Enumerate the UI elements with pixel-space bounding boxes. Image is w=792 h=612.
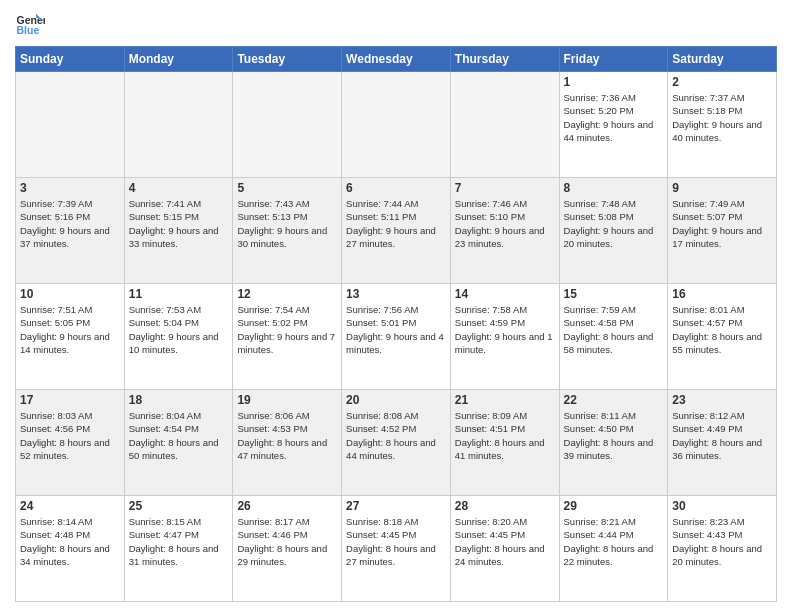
day-info: Sunrise: 7:46 AMSunset: 5:10 PMDaylight:… — [455, 197, 555, 250]
day-info: Sunrise: 8:11 AMSunset: 4:50 PMDaylight:… — [564, 409, 664, 462]
day-info: Sunrise: 8:15 AMSunset: 4:47 PMDaylight:… — [129, 515, 229, 568]
day-info: Sunrise: 8:20 AMSunset: 4:45 PMDaylight:… — [455, 515, 555, 568]
day-info: Sunrise: 7:41 AMSunset: 5:15 PMDaylight:… — [129, 197, 229, 250]
day-info: Sunrise: 8:12 AMSunset: 4:49 PMDaylight:… — [672, 409, 772, 462]
calendar-cell: 14Sunrise: 7:58 AMSunset: 4:59 PMDayligh… — [450, 284, 559, 390]
day-number: 20 — [346, 393, 446, 407]
week-row-4: 17Sunrise: 8:03 AMSunset: 4:56 PMDayligh… — [16, 390, 777, 496]
day-number: 8 — [564, 181, 664, 195]
day-info: Sunrise: 8:03 AMSunset: 4:56 PMDaylight:… — [20, 409, 120, 462]
calendar-cell — [342, 72, 451, 178]
calendar-cell: 28Sunrise: 8:20 AMSunset: 4:45 PMDayligh… — [450, 496, 559, 602]
calendar-cell: 10Sunrise: 7:51 AMSunset: 5:05 PMDayligh… — [16, 284, 125, 390]
day-number: 26 — [237, 499, 337, 513]
weekday-header-wednesday: Wednesday — [342, 47, 451, 72]
day-info: Sunrise: 8:18 AMSunset: 4:45 PMDaylight:… — [346, 515, 446, 568]
day-info: Sunrise: 8:01 AMSunset: 4:57 PMDaylight:… — [672, 303, 772, 356]
day-number: 5 — [237, 181, 337, 195]
calendar-cell: 30Sunrise: 8:23 AMSunset: 4:43 PMDayligh… — [668, 496, 777, 602]
day-number: 14 — [455, 287, 555, 301]
page: General Blue SundayMondayTuesdayWednesda… — [0, 0, 792, 612]
calendar-cell: 13Sunrise: 7:56 AMSunset: 5:01 PMDayligh… — [342, 284, 451, 390]
calendar-cell: 3Sunrise: 7:39 AMSunset: 5:16 PMDaylight… — [16, 178, 125, 284]
day-info: Sunrise: 7:36 AMSunset: 5:20 PMDaylight:… — [564, 91, 664, 144]
calendar-table: SundayMondayTuesdayWednesdayThursdayFrid… — [15, 46, 777, 602]
weekday-header-tuesday: Tuesday — [233, 47, 342, 72]
day-number: 22 — [564, 393, 664, 407]
calendar-cell: 5Sunrise: 7:43 AMSunset: 5:13 PMDaylight… — [233, 178, 342, 284]
day-number: 11 — [129, 287, 229, 301]
day-info: Sunrise: 8:14 AMSunset: 4:48 PMDaylight:… — [20, 515, 120, 568]
weekday-header-sunday: Sunday — [16, 47, 125, 72]
day-info: Sunrise: 8:09 AMSunset: 4:51 PMDaylight:… — [455, 409, 555, 462]
day-info: Sunrise: 7:54 AMSunset: 5:02 PMDaylight:… — [237, 303, 337, 356]
calendar-cell: 6Sunrise: 7:44 AMSunset: 5:11 PMDaylight… — [342, 178, 451, 284]
day-info: Sunrise: 8:04 AMSunset: 4:54 PMDaylight:… — [129, 409, 229, 462]
day-number: 17 — [20, 393, 120, 407]
weekday-header-thursday: Thursday — [450, 47, 559, 72]
day-info: Sunrise: 7:56 AMSunset: 5:01 PMDaylight:… — [346, 303, 446, 356]
weekday-header-monday: Monday — [124, 47, 233, 72]
calendar-cell: 29Sunrise: 8:21 AMSunset: 4:44 PMDayligh… — [559, 496, 668, 602]
day-info: Sunrise: 7:48 AMSunset: 5:08 PMDaylight:… — [564, 197, 664, 250]
day-number: 21 — [455, 393, 555, 407]
calendar-cell — [450, 72, 559, 178]
day-info: Sunrise: 7:58 AMSunset: 4:59 PMDaylight:… — [455, 303, 555, 356]
calendar-cell: 21Sunrise: 8:09 AMSunset: 4:51 PMDayligh… — [450, 390, 559, 496]
svg-text:Blue: Blue — [17, 24, 40, 36]
day-number: 19 — [237, 393, 337, 407]
day-number: 24 — [20, 499, 120, 513]
day-info: Sunrise: 8:06 AMSunset: 4:53 PMDaylight:… — [237, 409, 337, 462]
calendar-cell: 20Sunrise: 8:08 AMSunset: 4:52 PMDayligh… — [342, 390, 451, 496]
day-number: 25 — [129, 499, 229, 513]
week-row-5: 24Sunrise: 8:14 AMSunset: 4:48 PMDayligh… — [16, 496, 777, 602]
day-info: Sunrise: 8:17 AMSunset: 4:46 PMDaylight:… — [237, 515, 337, 568]
weekday-header-friday: Friday — [559, 47, 668, 72]
day-number: 10 — [20, 287, 120, 301]
calendar-cell: 25Sunrise: 8:15 AMSunset: 4:47 PMDayligh… — [124, 496, 233, 602]
logo: General Blue — [15, 10, 49, 40]
day-number: 6 — [346, 181, 446, 195]
day-number: 16 — [672, 287, 772, 301]
week-row-2: 3Sunrise: 7:39 AMSunset: 5:16 PMDaylight… — [16, 178, 777, 284]
day-number: 4 — [129, 181, 229, 195]
weekday-header-saturday: Saturday — [668, 47, 777, 72]
day-number: 3 — [20, 181, 120, 195]
day-number: 9 — [672, 181, 772, 195]
day-number: 15 — [564, 287, 664, 301]
day-info: Sunrise: 7:39 AMSunset: 5:16 PMDaylight:… — [20, 197, 120, 250]
calendar-cell: 9Sunrise: 7:49 AMSunset: 5:07 PMDaylight… — [668, 178, 777, 284]
calendar-cell: 8Sunrise: 7:48 AMSunset: 5:08 PMDaylight… — [559, 178, 668, 284]
calendar-cell: 11Sunrise: 7:53 AMSunset: 5:04 PMDayligh… — [124, 284, 233, 390]
calendar-cell: 7Sunrise: 7:46 AMSunset: 5:10 PMDaylight… — [450, 178, 559, 284]
day-number: 28 — [455, 499, 555, 513]
calendar-cell: 17Sunrise: 8:03 AMSunset: 4:56 PMDayligh… — [16, 390, 125, 496]
day-number: 23 — [672, 393, 772, 407]
top-section: General Blue — [15, 10, 777, 40]
calendar-cell: 27Sunrise: 8:18 AMSunset: 4:45 PMDayligh… — [342, 496, 451, 602]
day-info: Sunrise: 7:49 AMSunset: 5:07 PMDaylight:… — [672, 197, 772, 250]
calendar-cell: 2Sunrise: 7:37 AMSunset: 5:18 PMDaylight… — [668, 72, 777, 178]
week-row-3: 10Sunrise: 7:51 AMSunset: 5:05 PMDayligh… — [16, 284, 777, 390]
day-number: 7 — [455, 181, 555, 195]
day-number: 18 — [129, 393, 229, 407]
day-info: Sunrise: 7:51 AMSunset: 5:05 PMDaylight:… — [20, 303, 120, 356]
logo-icon: General Blue — [15, 10, 45, 40]
day-info: Sunrise: 7:37 AMSunset: 5:18 PMDaylight:… — [672, 91, 772, 144]
day-number: 29 — [564, 499, 664, 513]
calendar-cell: 15Sunrise: 7:59 AMSunset: 4:58 PMDayligh… — [559, 284, 668, 390]
calendar-cell: 12Sunrise: 7:54 AMSunset: 5:02 PMDayligh… — [233, 284, 342, 390]
day-info: Sunrise: 7:44 AMSunset: 5:11 PMDaylight:… — [346, 197, 446, 250]
calendar-cell — [16, 72, 125, 178]
day-info: Sunrise: 7:53 AMSunset: 5:04 PMDaylight:… — [129, 303, 229, 356]
calendar-cell: 24Sunrise: 8:14 AMSunset: 4:48 PMDayligh… — [16, 496, 125, 602]
calendar-cell — [124, 72, 233, 178]
calendar-cell: 1Sunrise: 7:36 AMSunset: 5:20 PMDaylight… — [559, 72, 668, 178]
day-number: 13 — [346, 287, 446, 301]
weekday-header-row: SundayMondayTuesdayWednesdayThursdayFrid… — [16, 47, 777, 72]
day-number: 30 — [672, 499, 772, 513]
day-info: Sunrise: 8:08 AMSunset: 4:52 PMDaylight:… — [346, 409, 446, 462]
calendar-cell: 19Sunrise: 8:06 AMSunset: 4:53 PMDayligh… — [233, 390, 342, 496]
day-number: 1 — [564, 75, 664, 89]
day-number: 2 — [672, 75, 772, 89]
